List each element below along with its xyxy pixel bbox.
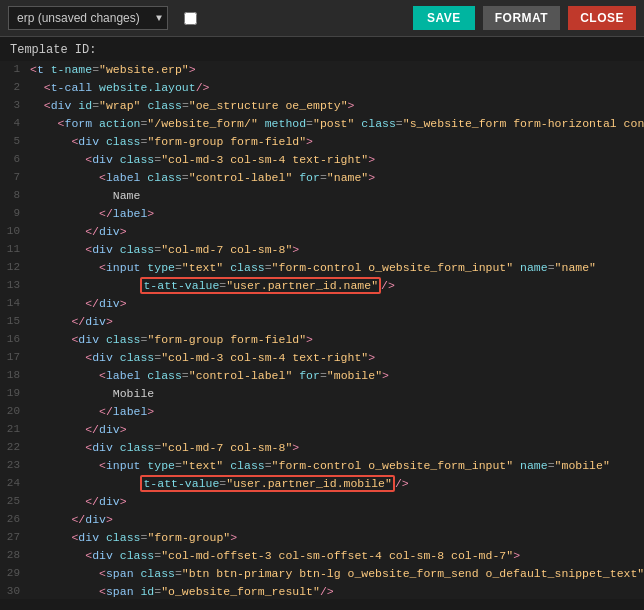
code-line-9: 9 </label> bbox=[0, 205, 644, 223]
code-line-23: 23 <input type="text" class="form-contro… bbox=[0, 457, 644, 475]
code-line-30: 30 <span id="o_website_form_result"/> bbox=[0, 583, 644, 599]
line-content[interactable]: </div> bbox=[30, 493, 644, 511]
line-content[interactable]: </div> bbox=[30, 313, 644, 331]
line-number: 22 bbox=[0, 439, 30, 456]
line-number: 2 bbox=[0, 79, 30, 96]
code-line-15: 15 </div> bbox=[0, 313, 644, 331]
line-number: 5 bbox=[0, 133, 30, 150]
line-number: 24 bbox=[0, 475, 30, 492]
line-content[interactable]: <label class="control-label" for="mobile… bbox=[30, 367, 644, 385]
code-line-24: 24 t-att-value="user.partner_id.mobile"/… bbox=[0, 475, 644, 493]
line-content[interactable]: Name bbox=[30, 187, 644, 205]
line-number: 27 bbox=[0, 529, 30, 546]
line-content[interactable]: <t-call website.layout/> bbox=[30, 79, 644, 97]
line-number: 8 bbox=[0, 187, 30, 204]
line-content[interactable]: </label> bbox=[30, 403, 644, 421]
code-line-27: 27 <div class="form-group"> bbox=[0, 529, 644, 547]
line-content[interactable]: <div class="form-group form-field"> bbox=[30, 331, 644, 349]
line-content[interactable]: <div id="wrap" class="oe_structure oe_em… bbox=[30, 97, 644, 115]
line-content[interactable]: Mobile bbox=[30, 385, 644, 403]
code-line-5: 5 <div class="form-group form-field"> bbox=[0, 133, 644, 151]
line-content[interactable]: <form action="/website_form/" method="po… bbox=[30, 115, 644, 133]
code-line-21: 21 </div> bbox=[0, 421, 644, 439]
save-button[interactable]: SAVE bbox=[413, 6, 475, 30]
line-number: 17 bbox=[0, 349, 30, 366]
line-content[interactable]: <span class="btn btn-primary btn-lg o_we… bbox=[30, 565, 644, 583]
line-number: 16 bbox=[0, 331, 30, 348]
template-select-wrapper: erp (unsaved changes) ▼ bbox=[8, 6, 168, 30]
code-line-28: 28 <div class="col-md-offset-3 col-sm-of… bbox=[0, 547, 644, 565]
code-line-16: 16 <div class="form-group form-field"> bbox=[0, 331, 644, 349]
line-number: 1 bbox=[0, 61, 30, 78]
template-id-label: Template ID: bbox=[0, 37, 644, 61]
code-line-13: 13 t-att-value="user.partner_id.name"/> bbox=[0, 277, 644, 295]
line-content[interactable]: </div> bbox=[30, 421, 644, 439]
line-number: 21 bbox=[0, 421, 30, 438]
line-content[interactable]: <div class="col-md-offset-3 col-sm-offse… bbox=[30, 547, 644, 565]
code-line-18: 18 <label class="control-label" for="mob… bbox=[0, 367, 644, 385]
code-line-19: 19 Mobile bbox=[0, 385, 644, 403]
code-line-11: 11 <div class="col-md-7 col-sm-8"> bbox=[0, 241, 644, 259]
code-line-17: 17 <div class="col-md-3 col-sm-4 text-ri… bbox=[0, 349, 644, 367]
code-line-1: 1<t t-name="website.erp"> bbox=[0, 61, 644, 79]
code-line-4: 4 <form action="/website_form/" method="… bbox=[0, 115, 644, 133]
template-select[interactable]: erp (unsaved changes) bbox=[8, 6, 168, 30]
line-number: 15 bbox=[0, 313, 30, 330]
code-line-2: 2 <t-call website.layout/> bbox=[0, 79, 644, 97]
line-number: 26 bbox=[0, 511, 30, 528]
line-number: 30 bbox=[0, 583, 30, 599]
code-line-7: 7 <label class="control-label" for="name… bbox=[0, 169, 644, 187]
line-number: 3 bbox=[0, 97, 30, 114]
code-line-26: 26 </div> bbox=[0, 511, 644, 529]
format-button[interactable]: FORMAT bbox=[483, 6, 560, 30]
line-content[interactable]: </div> bbox=[30, 295, 644, 313]
code-line-8: 8 Name bbox=[0, 187, 644, 205]
line-number: 23 bbox=[0, 457, 30, 474]
line-content[interactable]: <div class="col-md-3 col-sm-4 text-right… bbox=[30, 151, 644, 169]
include-asset-bundles-checkbox[interactable] bbox=[184, 12, 197, 25]
line-number: 13 bbox=[0, 277, 30, 294]
line-content[interactable]: <div class="col-md-3 col-sm-4 text-right… bbox=[30, 349, 644, 367]
line-number: 19 bbox=[0, 385, 30, 402]
line-content[interactable]: <div class="col-md-7 col-sm-8"> bbox=[30, 439, 644, 457]
line-number: 25 bbox=[0, 493, 30, 510]
line-number: 10 bbox=[0, 223, 30, 240]
line-content[interactable]: t-att-value="user.partner_id.name"/> bbox=[30, 277, 644, 295]
line-number: 28 bbox=[0, 547, 30, 564]
line-content[interactable]: <input type="text" class="form-control o… bbox=[30, 259, 644, 277]
line-content[interactable]: </div> bbox=[30, 511, 644, 529]
line-number: 4 bbox=[0, 115, 30, 132]
line-number: 29 bbox=[0, 565, 30, 582]
line-content[interactable]: <label class="control-label" for="name"> bbox=[30, 169, 644, 187]
line-content[interactable]: <span id="o_website_form_result"/> bbox=[30, 583, 644, 599]
code-line-12: 12 <input type="text" class="form-contro… bbox=[0, 259, 644, 277]
line-content[interactable]: <div class="form-group form-field"> bbox=[30, 133, 644, 151]
line-number: 6 bbox=[0, 151, 30, 168]
top-bar: erp (unsaved changes) ▼ SAVE FORMAT CLOS… bbox=[0, 0, 644, 37]
line-number: 18 bbox=[0, 367, 30, 384]
code-line-6: 6 <div class="col-md-3 col-sm-4 text-rig… bbox=[0, 151, 644, 169]
line-content[interactable]: <div class="form-group"> bbox=[30, 529, 644, 547]
include-asset-bundles-label[interactable] bbox=[184, 12, 202, 25]
code-editor[interactable]: 1<t t-name="website.erp">2 <t-call websi… bbox=[0, 61, 644, 599]
line-content[interactable]: </label> bbox=[30, 205, 644, 223]
line-content[interactable]: <div class="col-md-7 col-sm-8"> bbox=[30, 241, 644, 259]
close-button[interactable]: CLOSE bbox=[568, 6, 636, 30]
code-line-10: 10 </div> bbox=[0, 223, 644, 241]
line-number: 12 bbox=[0, 259, 30, 276]
line-number: 14 bbox=[0, 295, 30, 312]
code-line-14: 14 </div> bbox=[0, 295, 644, 313]
line-content[interactable]: <t t-name="website.erp"> bbox=[30, 61, 644, 79]
code-line-22: 22 <div class="col-md-7 col-sm-8"> bbox=[0, 439, 644, 457]
line-content[interactable]: t-att-value="user.partner_id.mobile"/> bbox=[30, 475, 644, 493]
line-number: 20 bbox=[0, 403, 30, 420]
code-line-3: 3 <div id="wrap" class="oe_structure oe_… bbox=[0, 97, 644, 115]
line-number: 9 bbox=[0, 205, 30, 222]
code-line-29: 29 <span class="btn btn-primary btn-lg o… bbox=[0, 565, 644, 583]
code-line-25: 25 </div> bbox=[0, 493, 644, 511]
line-number: 7 bbox=[0, 169, 30, 186]
line-content[interactable]: </div> bbox=[30, 223, 644, 241]
line-content[interactable]: <input type="text" class="form-control o… bbox=[30, 457, 644, 475]
line-number: 11 bbox=[0, 241, 30, 258]
code-line-20: 20 </label> bbox=[0, 403, 644, 421]
